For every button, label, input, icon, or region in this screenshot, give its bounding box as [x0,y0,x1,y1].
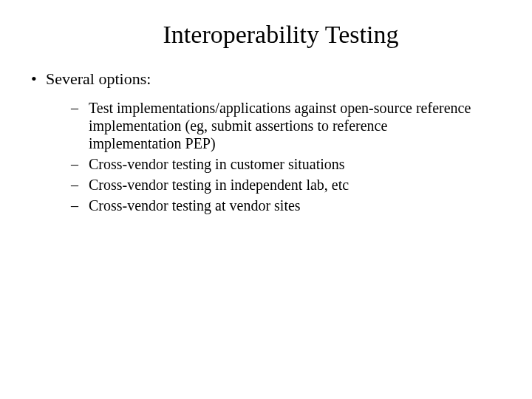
bullet-level2: Test implementations/applications agains… [89,99,480,152]
bullet-level2: Cross-vendor testing at vendor sites [89,197,480,214]
bullet-level2-text: Cross-vendor testing in customer situati… [89,156,345,172]
bullet-level1-text: Several options: [46,69,151,88]
bullet-level2-text: Cross-vendor testing at vendor sites [89,197,301,214]
slide-title: Interoperability Testing [59,21,502,49]
bullet-level2-text: Test implementations/applications agains… [89,100,471,151]
bullet-level2-text: Cross-vendor testing in independent lab,… [89,177,349,193]
bullet-level2: Cross-vendor testing in independent lab,… [89,176,480,194]
bullet-level1: Several options: [46,69,502,89]
bullet-level2: Cross-vendor testing in customer situati… [89,155,480,173]
